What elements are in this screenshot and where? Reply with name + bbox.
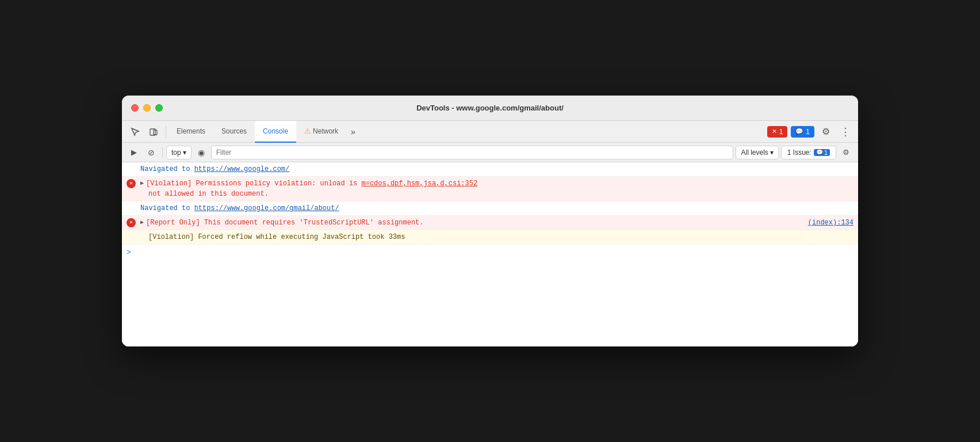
tab-console[interactable]: Console xyxy=(255,121,296,143)
error-count-button[interactable]: ✕ 1 xyxy=(767,126,788,138)
navigate-text-2: Navigated to xyxy=(140,203,194,214)
device-toggle-button[interactable] xyxy=(145,123,162,140)
navigate-link-2[interactable]: https://www.google.com/gmail/about/ xyxy=(194,203,339,214)
tab-separator-1 xyxy=(166,126,166,138)
prompt-chevron-icon: > xyxy=(127,248,131,257)
dropdown-arrow-icon: ▾ xyxy=(183,148,186,157)
error-icon-1: ✕ xyxy=(127,179,136,188)
error-second-line-1: not allowed in this document. xyxy=(148,190,269,198)
titlebar: DevTools - www.google.com/gmail/about/ xyxy=(122,96,858,121)
tab-network[interactable]: ⚠ Network xyxy=(296,121,346,143)
run-button[interactable]: ▶ xyxy=(127,145,141,160)
eye-filter-button[interactable]: ◉ xyxy=(194,145,209,160)
levels-arrow-icon: ▾ xyxy=(770,148,774,157)
settings-gear-icon: ⚙ xyxy=(843,148,849,157)
eye-icon: ◉ xyxy=(198,148,205,157)
warning-icon: ⚠ xyxy=(304,127,311,135)
tab-sources[interactable]: Sources xyxy=(213,121,255,143)
navigate-link-1[interactable]: https://www.google.com/ xyxy=(194,164,290,174)
error-main-text-2: [Report Only] This document requires 'Tr… xyxy=(146,218,423,228)
console-row-error-1: ✕ ▶ [Violation] Permissions policy viola… xyxy=(122,177,858,201)
console-content: Navigated to https://www.google.com/ ✕ ▶… xyxy=(122,162,858,346)
devtools-window: DevTools - www.google.com/gmail/about/ E… xyxy=(122,96,858,346)
error-source-link-2[interactable]: (index):134 xyxy=(808,218,853,228)
console-settings-button[interactable]: ⚙ xyxy=(839,145,853,160)
close-button[interactable] xyxy=(131,104,139,112)
error-main-text-1: [Violation] Permissions policy violation… xyxy=(146,178,361,189)
minimize-button[interactable] xyxy=(143,104,151,112)
console-toolbar: ▶ ⊘ top ▾ ◉ All levels ▾ 1 Issue: 💬 xyxy=(122,143,858,162)
issue-badge: 💬 1 xyxy=(814,149,830,156)
console-row-navigate-2: Navigated to https://www.google.com/gmai… xyxy=(122,201,858,216)
context-selector[interactable]: top ▾ xyxy=(166,146,192,159)
maximize-button[interactable] xyxy=(155,104,163,112)
tabs-right-controls: ✕ 1 💬 1 ⚙ ⋮ xyxy=(767,124,853,140)
devtools-menu-button[interactable]: ⋮ xyxy=(837,124,853,140)
run-icon: ▶ xyxy=(131,148,137,157)
error-x-icon: ✕ xyxy=(772,128,777,135)
warning-text-1: [Violation] Forced reflow while executin… xyxy=(148,232,405,242)
console-prompt-input[interactable] xyxy=(135,249,853,257)
window-title: DevTools - www.google.com/gmail/about/ xyxy=(416,104,564,112)
clear-icon: ⊘ xyxy=(148,148,155,157)
traffic-lights xyxy=(131,104,163,112)
toolbar-separator-1 xyxy=(162,147,163,158)
console-row-error-2: ✕ ▶ [Report Only] This document requires… xyxy=(122,216,858,230)
issues-button[interactable]: 1 Issue: 💬 1 xyxy=(781,146,836,159)
expand-arrow-2[interactable]: ▶ xyxy=(140,218,144,228)
error-source-link-1[interactable]: m=cdos,dpf,hsm,jsa,d,csi:352 xyxy=(362,178,478,189)
devtools-panel: Elements Sources Console ⚠ Network » ✕ xyxy=(122,121,858,346)
expand-arrow-1[interactable]: ▶ xyxy=(140,178,144,189)
levels-selector[interactable]: All levels ▾ xyxy=(736,146,778,159)
devtools-settings-button[interactable]: ⚙ xyxy=(818,124,834,140)
menu-dots-icon: ⋮ xyxy=(840,125,851,138)
navigate-text-1: Navigated to xyxy=(140,164,194,174)
chat-icon: 💬 xyxy=(795,128,803,135)
console-prompt-row: > xyxy=(122,245,858,260)
tabs-bar: Elements Sources Console ⚠ Network » ✕ xyxy=(122,121,858,143)
console-row-navigate-1: Navigated to https://www.google.com/ xyxy=(122,162,858,177)
filter-input[interactable] xyxy=(211,146,734,159)
tab-more-button[interactable]: » xyxy=(346,121,360,143)
tab-elements[interactable]: Elements xyxy=(169,121,213,143)
error-icon-2: ✕ xyxy=(127,218,136,227)
info-count-button[interactable]: 💬 1 xyxy=(791,126,814,138)
gear-icon: ⚙ xyxy=(822,126,830,137)
clear-console-button[interactable]: ⊘ xyxy=(144,145,159,160)
console-row-warning-1: [Violation] Forced reflow while executin… xyxy=(122,230,858,245)
chat-icon-small: 💬 xyxy=(816,149,823,155)
inspect-element-button[interactable] xyxy=(127,123,144,140)
